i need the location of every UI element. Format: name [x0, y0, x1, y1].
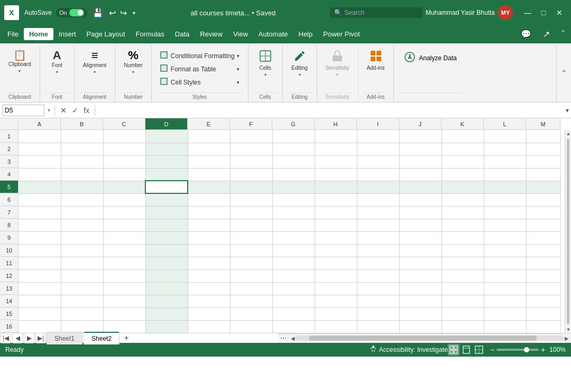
cell-I15[interactable] [357, 307, 399, 320]
cell-G8[interactable] [272, 219, 315, 231]
sheet-nav-next[interactable]: ▶ [24, 333, 34, 343]
cell-F2[interactable] [230, 143, 272, 155]
cell-E5[interactable] [188, 181, 230, 193]
cell-H4[interactable] [315, 168, 357, 181]
cell-F11[interactable] [230, 257, 272, 269]
format-as-table-button[interactable]: Format as Table ▾ [157, 63, 243, 75]
cell-H6[interactable] [315, 193, 357, 206]
col-header-i[interactable]: I [357, 118, 399, 130]
cell-J13[interactable] [399, 282, 441, 295]
col-header-b[interactable]: B [61, 118, 103, 130]
zoom-level[interactable]: 100% [549, 346, 566, 353]
col-header-g[interactable]: G [272, 118, 315, 130]
cell-A14[interactable] [19, 295, 61, 307]
cell-M4[interactable] [526, 168, 560, 181]
insert-function-button[interactable]: fx [81, 105, 91, 116]
cell-A16[interactable] [19, 320, 61, 333]
cell-H10[interactable] [315, 244, 357, 257]
row-header-14[interactable]: 14 [0, 295, 19, 307]
cell-D4[interactable] [145, 168, 188, 181]
accessibility-status[interactable]: Accessibility: Investigate [370, 345, 448, 354]
cell-G16[interactable] [272, 320, 315, 333]
cell-E7[interactable] [188, 206, 230, 219]
vertical-scrollbar[interactable]: ▲ ▼ [565, 130, 571, 333]
cell-L12[interactable] [484, 269, 526, 282]
cell-K9[interactable] [441, 231, 484, 244]
menu-power-pivot[interactable]: Power Pivot [318, 28, 365, 40]
cell-G7[interactable] [272, 206, 315, 219]
cell-F7[interactable] [230, 206, 272, 219]
cell-C3[interactable] [103, 155, 145, 168]
cell-C4[interactable] [103, 168, 145, 181]
cell-A3[interactable] [19, 155, 61, 168]
row-header-16[interactable]: 16 [0, 320, 19, 333]
ribbon-collapse-btn[interactable]: ⌃ [557, 27, 569, 41]
cell-B3[interactable] [61, 155, 103, 168]
cell-B13[interactable] [61, 282, 103, 295]
cell-C10[interactable] [103, 244, 145, 257]
cell-J5[interactable] [399, 181, 441, 193]
menu-insert[interactable]: Insert [53, 28, 81, 40]
cell-C15[interactable] [103, 307, 145, 320]
menu-page-layout[interactable]: Page Layout [81, 28, 131, 40]
cell-M11[interactable] [526, 257, 560, 269]
cell-E12[interactable] [188, 269, 230, 282]
cell-B15[interactable] [61, 307, 103, 320]
cell-A6[interactable] [19, 193, 61, 206]
cell-J6[interactable] [399, 193, 441, 206]
cell-M13[interactable] [526, 282, 560, 295]
cell-C16[interactable] [103, 320, 145, 333]
formula-input[interactable] [98, 105, 561, 116]
cell-H5[interactable] [315, 181, 357, 193]
cell-B12[interactable] [61, 269, 103, 282]
cell-K5[interactable] [441, 181, 484, 193]
cell-G12[interactable] [272, 269, 315, 282]
cell-E9[interactable] [188, 231, 230, 244]
cell-B5[interactable] [61, 181, 103, 193]
cell-H13[interactable] [315, 282, 357, 295]
cell-M6[interactable] [526, 193, 560, 206]
cell-C13[interactable] [103, 282, 145, 295]
cell-B11[interactable] [61, 257, 103, 269]
cell-A15[interactable] [19, 307, 61, 320]
cell-J2[interactable] [399, 143, 441, 155]
cell-F13[interactable] [230, 282, 272, 295]
conditional-formatting-button[interactable]: Conditional Formatting ▾ [157, 50, 243, 62]
cell-D6[interactable] [145, 193, 188, 206]
cell-I4[interactable] [357, 168, 399, 181]
cell-L8[interactable] [484, 219, 526, 231]
cell-J3[interactable] [399, 155, 441, 168]
scroll-up-arrow[interactable]: ▲ [565, 130, 571, 137]
cell-G15[interactable] [272, 307, 315, 320]
cell-B16[interactable] [61, 320, 103, 333]
cell-F9[interactable] [230, 231, 272, 244]
cell-A9[interactable] [19, 231, 61, 244]
cell-G2[interactable] [272, 143, 315, 155]
cell-A11[interactable] [19, 257, 61, 269]
zoom-in-button[interactable]: + [541, 346, 545, 354]
cell-L1[interactable] [484, 130, 526, 143]
cell-C7[interactable] [103, 206, 145, 219]
cell-K4[interactable] [441, 168, 484, 181]
addins-button[interactable]: Add-ins [364, 48, 388, 73]
cell-M7[interactable] [526, 206, 560, 219]
cell-A4[interactable] [19, 168, 61, 181]
row-header-5[interactable]: 5 [0, 181, 19, 193]
cell-G6[interactable] [272, 193, 315, 206]
cell-I12[interactable] [357, 269, 399, 282]
col-header-c[interactable]: C [103, 118, 145, 130]
cell-M15[interactable] [526, 307, 560, 320]
zoom-track[interactable] [496, 349, 539, 351]
cell-J12[interactable] [399, 269, 441, 282]
col-header-a[interactable]: A [19, 118, 61, 130]
row-header-9[interactable]: 9 [0, 231, 19, 244]
cell-J9[interactable] [399, 231, 441, 244]
cell-J16[interactable] [399, 320, 441, 333]
cell-I8[interactable] [357, 219, 399, 231]
cell-H8[interactable] [315, 219, 357, 231]
cell-A7[interactable] [19, 206, 61, 219]
cell-A1[interactable] [19, 130, 61, 143]
cell-D5[interactable] [145, 181, 188, 193]
cell-D7[interactable] [145, 206, 188, 219]
row-header-6[interactable]: 6 [0, 193, 19, 206]
